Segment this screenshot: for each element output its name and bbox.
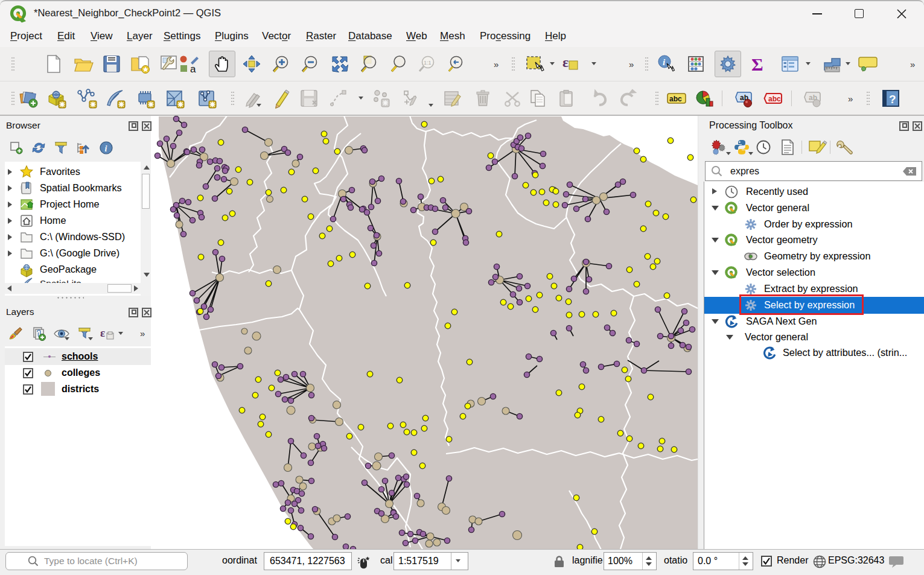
svg-text:ε: ε <box>562 54 569 70</box>
svg-text:abc: abc <box>669 95 682 103</box>
svg-text:abc: abc <box>768 95 781 103</box>
svg-text:?: ? <box>889 93 896 106</box>
svg-text:Σ: Σ <box>751 54 763 74</box>
svg-text:a: a <box>190 63 196 75</box>
svg-text:1:1: 1:1 <box>424 60 432 66</box>
svg-text:ε: ε <box>100 326 105 339</box>
svg-text:i: i <box>105 144 107 153</box>
